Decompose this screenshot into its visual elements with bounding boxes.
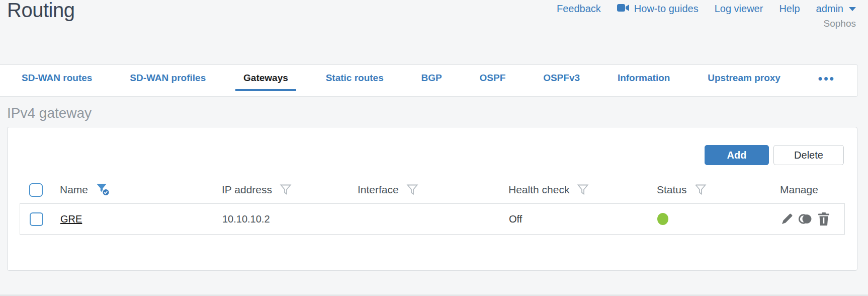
column-header-manage: Manage <box>780 184 818 196</box>
status-up-indicator <box>657 213 668 225</box>
tab-information[interactable]: Information <box>609 65 679 91</box>
column-header-name: Name <box>60 184 88 196</box>
clone-icon[interactable] <box>798 213 813 225</box>
help-label: Help <box>779 3 800 15</box>
filter-icon[interactable] <box>695 184 707 196</box>
delete-button[interactable]: Delete <box>773 145 844 165</box>
column-header-status: Status <box>657 184 687 196</box>
filter-icon[interactable] <box>577 184 589 196</box>
help-link[interactable]: Help <box>779 3 800 15</box>
gateway-health-check: Off <box>509 213 522 225</box>
brand-label: Sophos <box>824 18 856 29</box>
tab-sd-wan-routes[interactable]: SD-WAN routes <box>13 65 101 91</box>
page-header: Routing Feedback How-to guides Log viewe… <box>0 0 868 64</box>
admin-menu-label: admin <box>816 3 843 15</box>
tabs-overflow-button[interactable]: ••• <box>809 65 844 91</box>
filter-icon[interactable] <box>406 184 418 196</box>
tab-ospfv3[interactable]: OSPFv3 <box>534 65 589 91</box>
table-row: GRE 10.10.10.2 Off <box>20 203 845 235</box>
tab-upstream-proxy[interactable]: Upstream proxy <box>699 65 790 91</box>
log-viewer-link[interactable]: Log viewer <box>715 3 763 15</box>
filter-icon[interactable] <box>280 184 292 196</box>
column-header-ip-address: IP address <box>222 184 272 196</box>
gateway-name-link[interactable]: GRE <box>60 213 82 225</box>
edit-icon[interactable] <box>780 212 794 226</box>
howto-guides-label: How-to guides <box>634 3 699 15</box>
tab-gateways[interactable]: Gateways <box>234 65 297 91</box>
gateway-table: Name IP address Interfac <box>20 176 845 235</box>
admin-menu[interactable]: admin <box>816 3 856 15</box>
delete-icon[interactable] <box>818 212 830 226</box>
column-header-health-check: Health check <box>508 184 569 196</box>
ipv4-gateway-panel: Add Delete Name IP address <box>7 127 857 271</box>
column-header-interface: Interface <box>358 184 399 196</box>
top-navigation: Feedback How-to guides Log viewer Help a… <box>557 3 856 15</box>
tab-static-routes[interactable]: Static routes <box>317 65 393 91</box>
feedback-link-label: Feedback <box>557 3 601 15</box>
table-header-row: Name IP address Interfac <box>20 176 845 203</box>
page-title: Routing <box>7 0 74 22</box>
section-heading: IPv4 gateway <box>7 105 868 121</box>
gateway-ip-address: 10.10.10.2 <box>222 213 270 225</box>
howto-guides-link[interactable]: How-to guides <box>617 3 699 15</box>
feedback-link[interactable]: Feedback <box>557 3 601 15</box>
log-viewer-label: Log viewer <box>715 3 763 15</box>
tab-bgp[interactable]: BGP <box>412 65 451 91</box>
tab-sd-wan-profiles[interactable]: SD-WAN profiles <box>121 65 215 91</box>
select-all-checkbox[interactable] <box>29 183 43 197</box>
add-button[interactable]: Add <box>705 145 769 165</box>
tab-ospf[interactable]: OSPF <box>471 65 515 91</box>
filter-active-icon[interactable] <box>96 183 111 197</box>
row-checkbox[interactable] <box>30 212 43 226</box>
table-toolbar: Add Delete <box>8 127 857 165</box>
tab-bar: SD-WAN routes SD-WAN profiles Gateways S… <box>0 64 858 97</box>
chevron-down-icon <box>849 7 856 11</box>
video-camera-icon <box>617 3 630 15</box>
